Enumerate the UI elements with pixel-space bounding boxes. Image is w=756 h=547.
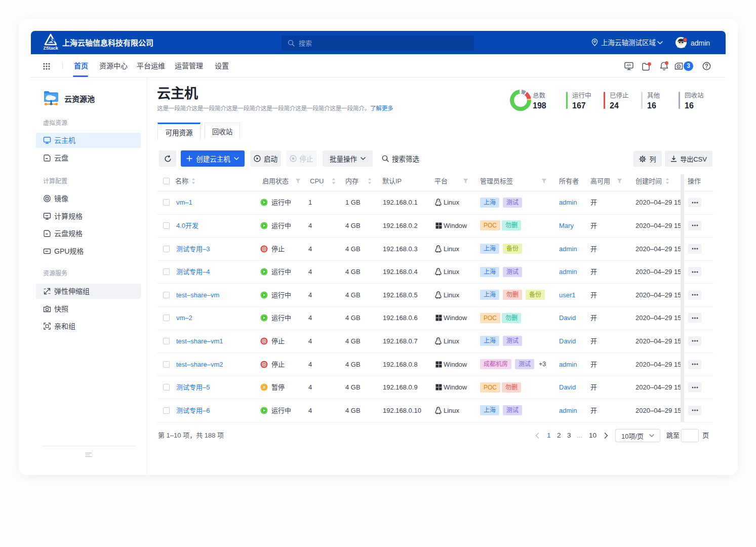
svg-text:ZStack: ZStack xyxy=(44,46,59,51)
